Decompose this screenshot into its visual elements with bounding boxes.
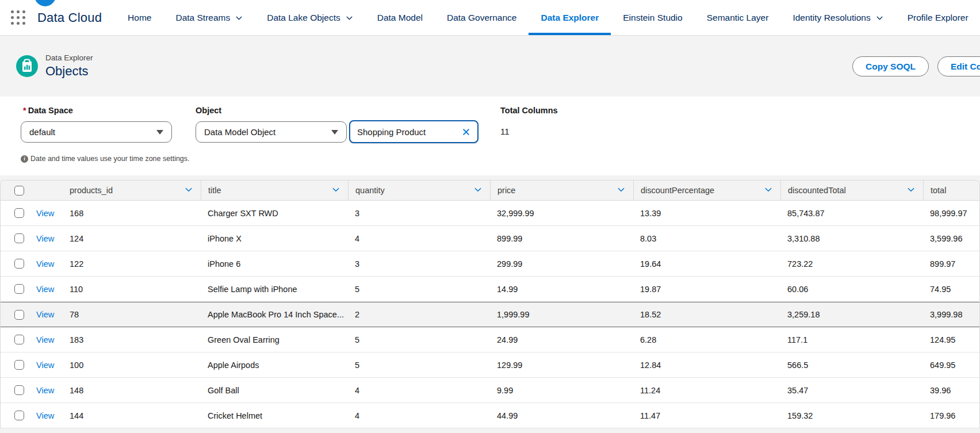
column-header-label: products_id xyxy=(70,186,113,195)
nav-item[interactable]: Einstein Studio xyxy=(611,0,694,35)
select-all-checkbox[interactable] xyxy=(14,186,24,196)
row-checkbox[interactable] xyxy=(14,310,24,320)
column-header[interactable]: discountedTotal xyxy=(780,181,923,200)
cell-title: Cricket Helmet xyxy=(201,411,348,420)
column-header-label: title xyxy=(208,186,221,195)
column-header[interactable]: quantity xyxy=(348,181,490,200)
view-link[interactable]: View xyxy=(36,361,54,370)
row-checkbox[interactable] xyxy=(14,335,24,344)
object-label: Object xyxy=(196,106,221,115)
object-search-input[interactable]: Shopping Product xyxy=(349,120,478,143)
cell-quantity: 4 xyxy=(348,386,490,395)
cell-discounted-total: 3,259.18 xyxy=(780,310,923,319)
required-asterisk: * xyxy=(23,106,26,115)
results-table: products_id title quantity price discoun… xyxy=(0,180,980,428)
total-columns-label: Total Columns xyxy=(500,106,558,115)
nav-item-label: Data Streams xyxy=(175,13,230,23)
row-checkbox[interactable] xyxy=(14,360,24,370)
nav-item[interactable]: Home xyxy=(116,0,163,35)
column-header[interactable]: products_id xyxy=(70,181,201,200)
table-row: View 144 Cricket Helmet 4 44.99 11.47 15… xyxy=(1,403,979,428)
row-checkbox[interactable] xyxy=(14,233,24,243)
cell-discount-percentage: 11.47 xyxy=(633,411,780,420)
chevron-down-icon[interactable] xyxy=(764,186,772,196)
cell-discount-percentage: 11.24 xyxy=(633,386,780,395)
header-check-cell xyxy=(1,186,30,196)
cell-title: Selfie Lamp with iPhone xyxy=(201,285,348,294)
data-explorer-icon xyxy=(16,55,38,77)
column-header-label: price xyxy=(497,186,515,195)
view-link[interactable]: View xyxy=(36,234,54,243)
nav-item[interactable]: Data Governance xyxy=(435,0,529,35)
edit-columns-button[interactable]: Edit Columns xyxy=(937,56,980,76)
view-link[interactable]: View xyxy=(36,411,54,420)
chevron-down-icon[interactable] xyxy=(617,186,625,196)
dropdown-arrow-icon xyxy=(156,130,163,135)
cell-title: iPhone X xyxy=(201,234,348,243)
cell-discounted-total: 35.47 xyxy=(780,386,923,395)
cell-price: 24.99 xyxy=(490,335,633,344)
cell-title: Apple Airpods xyxy=(201,361,348,370)
nav-item[interactable]: Semantic Layer xyxy=(695,0,781,35)
view-link[interactable]: View xyxy=(36,386,54,395)
column-header-label: quantity xyxy=(355,186,385,195)
cell-total: 3,999.98 xyxy=(923,310,980,319)
row-checkbox[interactable] xyxy=(14,284,24,294)
row-checkbox[interactable] xyxy=(14,385,24,395)
nav-item[interactable]: Profile Explorer xyxy=(895,0,980,35)
view-link[interactable]: View xyxy=(36,285,54,294)
dropdown-arrow-icon xyxy=(331,130,338,135)
nav-item[interactable]: Data Explorer xyxy=(529,0,611,35)
row-checkbox[interactable] xyxy=(14,259,24,269)
cell-discount-percentage: 18.52 xyxy=(633,310,780,319)
cell-discounted-total: 566.5 xyxy=(780,361,923,370)
chevron-down-icon xyxy=(346,13,353,22)
page-header: Data Explorer Objects Copy SOQL Edit Col… xyxy=(0,36,980,97)
cell-products-id: 183 xyxy=(70,335,201,344)
row-check-cell xyxy=(1,233,30,243)
chevron-down-icon[interactable] xyxy=(474,186,482,196)
column-header[interactable]: title xyxy=(201,181,348,200)
cell-discount-percentage: 12.84 xyxy=(633,361,780,370)
nav-item[interactable]: Identity Resolutions xyxy=(780,0,895,35)
cell-price: 32,999.99 xyxy=(490,209,633,218)
row-check-cell xyxy=(1,284,30,294)
cell-discounted-total: 723.22 xyxy=(780,259,923,269)
cell-price: 899.99 xyxy=(490,234,633,243)
chevron-down-icon xyxy=(235,13,243,22)
cell-discounted-total: 3,310.88 xyxy=(780,234,923,243)
chevron-down-icon[interactable] xyxy=(907,186,915,196)
nav-item-label: Data Model xyxy=(377,13,423,23)
column-header[interactable]: discountPercentage xyxy=(633,181,780,200)
copy-soql-button[interactable]: Copy SOQL xyxy=(852,56,929,76)
cell-products-id: 168 xyxy=(70,209,201,218)
view-link[interactable]: View xyxy=(36,209,54,218)
row-check-cell xyxy=(1,335,30,344)
object-type-value: Data Model Object xyxy=(204,127,275,137)
timezone-note: i Date and time values use your time zon… xyxy=(21,155,190,163)
row-check-cell xyxy=(1,208,30,218)
cell-products-id: 110 xyxy=(70,285,201,294)
view-link[interactable]: View xyxy=(36,259,54,269)
nav-item[interactable]: Data Streams xyxy=(163,0,255,35)
view-link[interactable]: View xyxy=(36,335,54,344)
column-header[interactable]: price xyxy=(490,181,633,200)
chevron-down-icon[interactable] xyxy=(185,186,193,196)
nav-item[interactable]: Data Lake Objects xyxy=(255,0,365,35)
column-header[interactable]: total xyxy=(923,181,980,200)
total-columns-value: 11 xyxy=(500,127,510,136)
nav-item[interactable]: Data Model xyxy=(365,0,435,35)
table-row: View 183 Green Oval Earring 5 24.99 6.28… xyxy=(1,327,979,352)
object-type-select[interactable]: Data Model Object xyxy=(196,121,347,143)
clear-icon[interactable] xyxy=(462,128,470,136)
row-checkbox[interactable] xyxy=(14,208,24,218)
view-link[interactable]: View xyxy=(36,310,54,319)
cell-products-id: 78 xyxy=(70,310,201,319)
table-row: View 122 iPhone 6 3 299.99 19.64 723.22 … xyxy=(1,251,979,277)
cell-products-id: 148 xyxy=(70,386,201,395)
app-launcher-icon[interactable] xyxy=(9,9,27,26)
data-space-select[interactable]: default xyxy=(21,121,172,143)
row-checkbox[interactable] xyxy=(14,411,24,420)
chevron-down-icon[interactable] xyxy=(332,186,340,196)
filter-panel: *Data Space default Object Data Model Ob… xyxy=(0,97,980,175)
